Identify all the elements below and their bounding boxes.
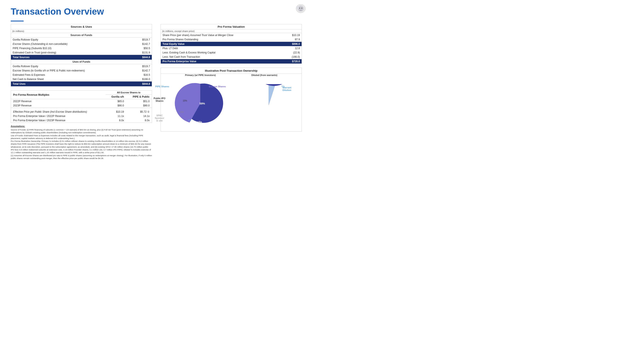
pf-label-4: Less: Existing Cash & Excess Working Cap… (161, 50, 282, 55)
multiples-table: Pro Forma Revenue Multiples All Escrow S… (11, 90, 152, 122)
mult-gorilla-5: 8.0x (106, 118, 126, 122)
sources-uses-box: Sources & Uses (in millions) Sources of … (11, 24, 152, 86)
assumption-text-3: Pro Forma Illustrative Ownership: Primar… (11, 140, 152, 154)
source-label-1: Gorilla Rollover Equity (11, 37, 129, 42)
sources-subtitle: Sources of Funds (11, 33, 152, 37)
use-val-4: $166.0 (134, 77, 152, 81)
pf-table: Share Price (per share) Assumed Trust Va… (161, 33, 302, 63)
pf-row-3: Plus: LT Debt 12.8 (161, 46, 302, 50)
table-row: Escrow Shares (Outstanding & non-cancell… (11, 42, 152, 46)
pf-row-4: Less: Existing Cash & Excess Working Cap… (161, 50, 302, 55)
pf-label-1: Share Price (per share) Assumed Trust Va… (161, 33, 282, 37)
assumption-text-1: Source of Funds: (i) PIPE financing of s… (11, 128, 152, 134)
use-val-1: $519.7 (134, 64, 152, 68)
left-panel: Sources & Uses (in millions) Sources of … (11, 24, 152, 160)
source-val-3: $50.5 (129, 46, 152, 50)
table-row-spacer (11, 108, 152, 110)
pf-label-3: Plus: LT Debt (161, 46, 282, 50)
pf-val-enterprise: $720.0 (282, 59, 302, 64)
multiples-pipe-header: PIPE & Public (126, 95, 152, 99)
mult-label-4: Pro Forma Enterprise Value / 2022P Reven… (11, 114, 106, 118)
mult-pipe-4: 14.1x (126, 114, 152, 118)
use-label-4: Net Cash to Balance Sheet (11, 77, 134, 81)
warrant-dilution-label: WarrantDilution (282, 86, 298, 91)
use-label-3: Estimated Fees & Expenses (11, 73, 134, 77)
pipe-shares-label: PIPE Shares (155, 85, 169, 88)
table-row: Gorilla Rollover Equity $519.7 (11, 37, 152, 42)
uses-subtitle: Uses of Funds (11, 60, 152, 64)
pf-row-5: Less: Net Cash from Transaction (166.0) (161, 55, 302, 59)
pf-val-3: 12.8 (282, 46, 302, 50)
mult-gorilla-1: $65.0 (106, 99, 126, 104)
pf-in-millions: (in millions, except share price) (161, 29, 302, 33)
primary-chart-container: 59% 15% 6% 6% 15% PIPE Shares Escrow Sha… (172, 80, 228, 127)
mult-label-2: 2023P Revenue (11, 103, 106, 108)
ownership-title: Illustrative Post-Transaction Ownership (161, 68, 302, 74)
source-val-4: $131.9 (129, 50, 152, 55)
primary-chart-label: Primary (w/ PIPE Investors) (185, 74, 216, 76)
table-row: 2022P Revenue $65.0 $51.0 (11, 99, 152, 104)
total-sources-label: Total Sources (11, 55, 129, 60)
logo (289, 4, 306, 17)
mult-pipe-5: 8.0x (126, 118, 152, 122)
mult-pipe-2: $90.0 (126, 103, 152, 108)
pf-label-5: Less: Net Cash from Transaction (161, 55, 282, 59)
svg-point-3 (301, 7, 302, 9)
mult-label-3: Effective Price per Public Share (Incl E… (11, 110, 106, 114)
title-accent (11, 20, 24, 21)
pf-val-4: (22.9) (282, 50, 302, 55)
uses-table: Gorilla Rollover Equity $519.7 Escrow Sh… (11, 64, 152, 86)
mult-pipe-1: $51.0 (126, 99, 152, 104)
right-panel: Pro Forma Valuation (in millions, except… (160, 24, 302, 160)
pf-label-2: Pro Forma Shares Outstanding (161, 37, 282, 42)
mult-gorilla-3: $10.19 (106, 110, 126, 114)
spac-pct: 6% (180, 111, 184, 113)
pf-val-5: (166.0) (282, 55, 302, 59)
table-row: Pro Forma Enterprise Value / 2023P Reven… (11, 118, 152, 122)
multiples-header-row1: Pro Forma Revenue Multiples All Escrow S… (11, 90, 152, 95)
in-millions-label: (in millions) (11, 29, 152, 33)
multiples-escrow-header: All Escrow Shares to (106, 90, 152, 95)
table-row: 2023P Revenue $90.0 $90.0 (11, 103, 152, 108)
table-row: PIPE Financing (Subunits $10.10) $50.5 (11, 46, 152, 50)
use-val-2: $142.7 (134, 68, 152, 73)
pf-row-equity: Total Equity Value $896.0 (161, 42, 302, 46)
spac-label: SPACSponsor& u/w (151, 114, 168, 122)
charts-labels-row: Primary (w/ PIPE Investors) Diluted (fro… (161, 74, 302, 76)
source-label-4: Estimated Cash in Trust (post-closing) (11, 50, 129, 55)
pf-val-1: $10.19 (282, 33, 302, 37)
escrow-pct: 15% (194, 91, 198, 93)
svg-point-2 (299, 7, 300, 9)
main-layout: Sources & Uses (in millions) Sources of … (11, 24, 302, 160)
charts-row: 59% 15% 6% 6% 15% PIPE Shares Escrow Sha… (161, 78, 302, 129)
use-label-1: Gorilla Rollover Equity (11, 64, 134, 68)
source-val-1: $519.7 (129, 37, 152, 42)
page-title: Transaction Overview (11, 6, 302, 17)
table-row: Estimated Cash in Trust (post-closing) $… (11, 50, 152, 55)
gorilla-diluted-pct: 95% (263, 104, 270, 108)
source-val-2: $142.7 (129, 42, 152, 46)
gorilla-pct: 59% (200, 102, 205, 105)
table-row: Effective Price per Public Share (Incl E… (11, 110, 152, 114)
pf-section: Pro Forma Valuation (in millions, except… (160, 24, 302, 64)
diluted-chart-container: 95% WarrantDilution 5% (247, 84, 290, 127)
pf-val-2: 87.9 (282, 37, 302, 42)
table-row: Escrow Shares (to Gorilla s/h or PIPE & … (11, 68, 152, 73)
public-ipo-label: Public IPOShares (151, 97, 168, 102)
total-uses-row: Total Uses $844.8 (11, 81, 152, 86)
total-sources-row: Total Sources $844.8 (11, 55, 152, 60)
ownership-box: Illustrative Post-Transaction Ownership … (160, 68, 302, 132)
pf-row-enterprise: Pro Forma Enterprise Value $720.0 (161, 59, 302, 64)
escrow-shares-label-primary: Escrow Shares (209, 85, 226, 88)
mult-label-1: 2022P Revenue (11, 99, 106, 104)
assumption-text-4: (1) Assumes all Escrow Shares are distri… (11, 154, 152, 160)
source-label-3: PIPE Financing (Subunits $10.10) (11, 46, 129, 50)
warrant-segment (268, 85, 275, 106)
table-row: Net Cash to Balance Sheet $166.0 (11, 77, 152, 81)
multiples-box: Pro Forma Revenue Multiples All Escrow S… (11, 90, 152, 123)
sources-table: Gorilla Rollover Equity $519.7 Escrow Sh… (11, 37, 152, 60)
source-label-2: Escrow Shares (Outstanding & non-cancell… (11, 42, 129, 46)
diluted-chart-label: Diluted (from warrants) (251, 74, 277, 76)
mult-pipe-3: $5.72 ① (126, 110, 152, 114)
pf-row-1: Share Price (per share) Assumed Trust Va… (161, 33, 302, 37)
